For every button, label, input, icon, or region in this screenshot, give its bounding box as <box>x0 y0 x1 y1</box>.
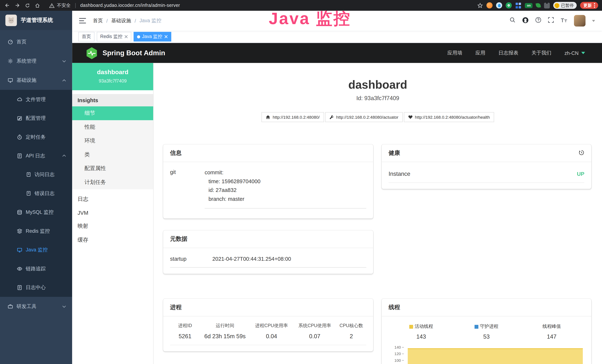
sidebar-item-mysql-monitor[interactable]: MySQL 监控 <box>0 203 72 221</box>
sba-root-group: 日志 JVM 映射 缓存 <box>72 192 153 247</box>
sidebar-item-config-management[interactable]: 配置管理 <box>0 109 72 127</box>
sidebar-item-java-monitor[interactable]: Java 监控 <box>0 240 72 259</box>
sba-main: dashboard Id: 93a3fc7f7409 http://192.16… <box>153 63 602 364</box>
sba-nav-about[interactable]: 关于我们 <box>531 50 551 56</box>
infrastructure-submenu: 文件管理 配置管理 定时任务 API 日志 访问日志 <box>0 90 72 297</box>
breadcrumb: 首页 / 基础设施 / Java 监控 <box>93 17 161 24</box>
legend-swatch-blue <box>475 325 479 329</box>
sba-nav-journal[interactable]: 日志报表 <box>498 50 518 56</box>
hamburger-icon[interactable] <box>79 18 86 23</box>
sba-nav-applications[interactable]: 应用 <box>475 50 485 56</box>
search-icon[interactable] <box>509 17 516 24</box>
health-url-link[interactable]: http://192.168.0.2:48080/actuator/health <box>404 112 494 122</box>
log-document-icon <box>17 153 22 158</box>
chevron-down-icon <box>581 52 585 54</box>
monitor-icon <box>8 77 13 83</box>
address-bar[interactable]: dashboard.yudao.iocoder.cn/infra/admin-s… <box>80 3 180 8</box>
screenshot-annotation: Java 监控 <box>269 8 351 30</box>
sba-item-jvm[interactable]: JVM <box>72 206 153 219</box>
update-button[interactable]: 更新 <box>580 2 598 9</box>
sba-locale-select[interactable]: zh-CN <box>564 50 585 56</box>
sidebar-item-dev-tools[interactable]: 研发工具 <box>0 297 72 316</box>
extensions-puzzle-icon[interactable] <box>544 2 550 8</box>
sba-instance-header[interactable]: dashboard 93a3fc7f7409 <box>72 63 153 90</box>
extension-icon-drop[interactable] <box>496 2 502 8</box>
status-badge: UP <box>577 171 584 177</box>
breadcrumb-home[interactable]: 首页 <box>93 17 103 24</box>
chrome-menu-icon[interactable] <box>594 3 595 8</box>
sba-item-environment[interactable]: 环境 <box>72 134 153 148</box>
process-card: 进程 进程ID5261 运行时间6d 23h 15m 59s 进程CPU使用率0… <box>163 299 373 351</box>
sba-item-scheduled-tasks[interactable]: 计划任务 <box>72 175 153 189</box>
sba-item-mappings[interactable]: 映射 <box>72 219 153 233</box>
sidebar-item-api-logs[interactable]: API 日志 <box>0 146 72 165</box>
sba-navbar: Spring Boot Admin 应用墙 应用 日志报表 关于我们 zh-CN <box>72 43 602 63</box>
sba-nav-wallboard[interactable]: 应用墙 <box>447 50 462 56</box>
sba-item-classes[interactable]: 类 <box>72 148 153 162</box>
sidebar-item-error-logs[interactable]: 错误日志 <box>0 184 72 203</box>
timer-icon <box>17 134 22 140</box>
security-chip[interactable]: 不安全 <box>49 2 71 9</box>
active-dot-icon <box>137 35 140 38</box>
divider <box>75 3 76 8</box>
info-row-git: git commit: time: 1596289704000 id: 27aa… <box>170 168 366 209</box>
sba-item-details[interactable]: 细节 <box>72 107 153 120</box>
tab-java-monitor[interactable]: Java 监控 <box>134 32 171 42</box>
extension-icon-orange[interactable] <box>487 2 493 8</box>
sba-sidebar: dashboard 93a3fc7f7409 Insights 细节 性能 环境… <box>72 63 153 364</box>
history-icon[interactable] <box>579 150 584 157</box>
close-icon[interactable] <box>124 35 128 38</box>
sidebar-item-scheduled-jobs[interactable]: 定时任务 <box>0 128 72 146</box>
fullscreen-icon[interactable] <box>548 17 554 24</box>
app-logo <box>5 15 17 26</box>
database-icon <box>17 210 22 215</box>
sidebar-item-access-logs[interactable]: 访问日志 <box>0 165 72 184</box>
breadcrumb-infrastructure[interactable]: 基础设施 <box>111 17 131 24</box>
sidebar-item-log-center[interactable]: 日志中心 <box>0 278 72 297</box>
home-icon <box>266 115 270 119</box>
sba-brand[interactable]: Spring Boot Admin <box>86 47 165 59</box>
tab-redis-monitor[interactable]: Redis 监控 <box>97 32 131 42</box>
paused-badge[interactable]: 已暂停 <box>553 2 577 9</box>
github-icon[interactable] <box>522 17 528 25</box>
threads-card: 线程 活动线程 143 守护进程 53 线 <box>382 299 591 364</box>
app-logo-row[interactable]: 芋道管理系统 <box>0 11 72 30</box>
wrench-icon <box>329 115 334 119</box>
extension-icon-leaf[interactable] <box>536 3 541 8</box>
user-menu-caret-icon[interactable] <box>592 20 595 22</box>
metadata-row-startup: startup 2021-04-27T00:44:31.254+08:00 <box>170 254 366 268</box>
sba-item-config-props[interactable]: 配置属性 <box>72 162 153 176</box>
home-icon[interactable] <box>34 2 41 9</box>
edit-icon <box>17 115 22 121</box>
sidebar-item-tracing[interactable]: 链路追踪 <box>0 259 72 278</box>
briefcase-icon <box>8 304 13 309</box>
extension-icon-grid[interactable] <box>516 2 522 8</box>
font-size-icon[interactable] <box>560 17 567 24</box>
extension-on-badge[interactable]: on <box>525 3 533 8</box>
sidebar-item-infrastructure[interactable]: 基础设施 <box>0 71 72 90</box>
sidebar-item-file-management[interactable]: 文件管理 <box>0 90 72 109</box>
sba-item-caches[interactable]: 缓存 <box>72 233 153 247</box>
sba-item-logs[interactable]: 日志 <box>72 192 153 206</box>
back-icon[interactable] <box>4 2 11 9</box>
help-icon[interactable] <box>535 17 541 24</box>
sba-item-metrics[interactable]: 性能 <box>72 120 153 134</box>
sidebar-item-system[interactable]: 系统管理 <box>0 51 72 71</box>
legend-swatch-yellow <box>409 325 413 329</box>
bookmark-star-icon[interactable] <box>477 2 483 8</box>
close-icon[interactable] <box>164 35 168 38</box>
sba-logo-icon <box>86 47 97 59</box>
extension-icon-green[interactable] <box>506 2 512 8</box>
gear-icon <box>8 58 13 64</box>
refresh-icon[interactable] <box>24 2 31 9</box>
sidebar-item-home[interactable]: 首页 <box>0 32 72 52</box>
threads-legend: 活动线程 143 守护进程 53 线程峰值 147 <box>389 322 584 340</box>
sidebar-item-redis-monitor[interactable]: Redis 监控 <box>0 222 72 240</box>
forward-icon[interactable] <box>14 2 21 9</box>
service-url-link[interactable]: http://192.168.0.2:48080/ <box>262 112 324 122</box>
actuator-url-link[interactable]: http://192.168.0.2:48080/actuator <box>325 112 402 122</box>
user-avatar[interactable] <box>574 15 585 27</box>
tab-home[interactable]: 首页 <box>78 32 94 42</box>
document-icon <box>26 172 31 177</box>
breadcrumb-current: Java 监控 <box>140 17 161 24</box>
